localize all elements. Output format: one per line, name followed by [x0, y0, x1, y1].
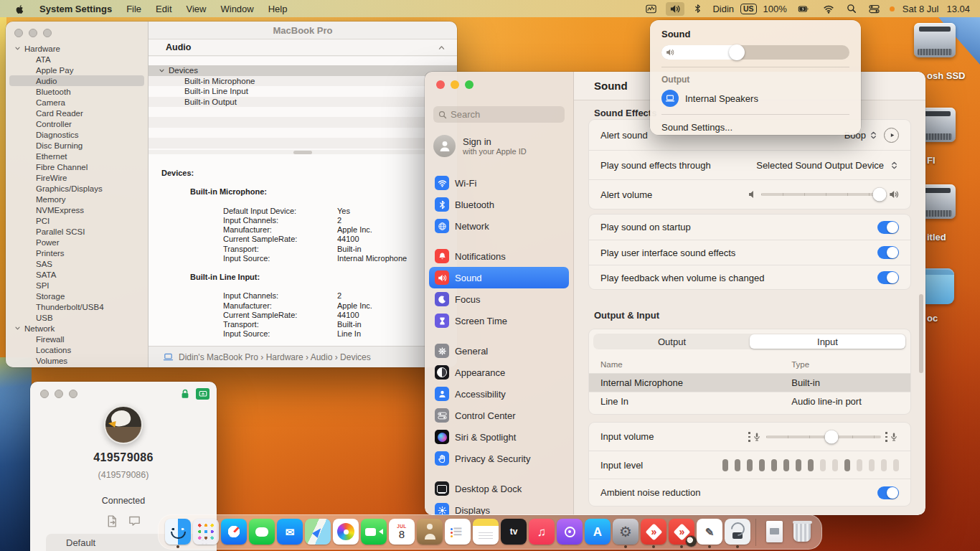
sidebar-item[interactable]: General	[429, 340, 569, 362]
dock-item[interactable]: ♫	[529, 519, 555, 545]
tree-item[interactable]: SAS	[6, 258, 148, 269]
toggle-switch[interactable]	[877, 271, 899, 284]
window-controls[interactable]	[6, 22, 148, 37]
dock-item[interactable]	[789, 519, 815, 545]
device-row[interactable]: Devices	[149, 65, 457, 76]
volume-slider[interactable]	[661, 45, 849, 60]
minimize-button[interactable]	[29, 29, 37, 37]
tree-item[interactable]: Network	[6, 323, 148, 334]
dock-item[interactable]	[557, 519, 583, 545]
tree-item[interactable]: Memory	[6, 194, 148, 204]
device-row[interactable]: Built-in Output	[149, 97, 457, 108]
minimize-button[interactable]	[55, 390, 63, 398]
activity-monitor-icon[interactable]	[641, 2, 661, 16]
slider-knob[interactable]	[825, 430, 839, 443]
alert-volume-slider[interactable]	[761, 193, 885, 196]
tree-item[interactable]: USB	[6, 312, 148, 323]
desktop-drive-icon[interactable]	[914, 23, 956, 57]
dock-item[interactable]: »	[641, 519, 666, 545]
minimize-button[interactable]	[451, 80, 459, 89]
sidebar-item[interactable]: Bluetooth	[429, 194, 569, 215]
dock-item[interactable]: ✎	[697, 519, 722, 545]
sidebar-item[interactable]: Screen Time	[429, 310, 569, 331]
close-button[interactable]	[40, 390, 49, 398]
tree-item[interactable]: Storage	[6, 291, 148, 301]
tab[interactable]: Output	[594, 334, 750, 349]
zoom-button[interactable]	[43, 29, 52, 37]
sidebar-item[interactable]: Privacy & Security	[429, 448, 569, 469]
play-alert-button[interactable]	[884, 128, 899, 143]
sidebar-item[interactable]: Siri & Spotlight	[429, 426, 569, 448]
scrollbar[interactable]	[919, 294, 923, 373]
dock-item[interactable]	[725, 519, 750, 545]
audio-section-header[interactable]: Audio	[149, 39, 457, 56]
zoom-button[interactable]	[465, 80, 473, 89]
tab[interactable]: Input	[750, 334, 905, 349]
dock-item[interactable]	[473, 519, 499, 545]
menu-bar-date[interactable]: Sat 8 Jul	[901, 4, 941, 14]
tree-item[interactable]: Diagnostics	[6, 129, 148, 140]
sidebar-item[interactable]: Notifications	[429, 245, 569, 267]
screen-share-icon[interactable]	[196, 388, 209, 400]
dock-item[interactable]: ⚙	[613, 519, 639, 545]
sidebar-item[interactable]: Desktop & Dock	[429, 478, 569, 499]
tree-item[interactable]: Parallel SCSI	[6, 226, 148, 237]
toggle-switch[interactable]	[877, 221, 899, 234]
tree-item[interactable]: NVMExpress	[6, 204, 148, 215]
input-volume-slider[interactable]	[766, 435, 881, 438]
dock-item[interactable]	[361, 519, 387, 545]
sidebar-item[interactable]: Wi-Fi	[429, 172, 569, 194]
sidebar-item[interactable]: Control Center	[429, 405, 569, 426]
tree-item[interactable]: Camera	[6, 97, 148, 108]
dock-item[interactable]	[417, 519, 443, 545]
tree-item[interactable]: Card Reader	[6, 108, 148, 118]
recording-indicator-dot[interactable]	[890, 6, 895, 11]
bluetooth-icon[interactable]	[689, 2, 706, 15]
tree-item[interactable]: Fibre Channel	[6, 161, 148, 172]
tree-item[interactable]: SPI	[6, 280, 148, 291]
breadcrumb[interactable]: Didin's MacBook Pro › Hardware › Audio ›…	[149, 346, 457, 367]
menu-item[interactable]: File	[119, 4, 149, 14]
menu-item[interactable]: Help	[261, 4, 295, 14]
battery-icon[interactable]	[793, 2, 814, 16]
output-device-row[interactable]: Internal Speakers	[650, 85, 861, 107]
dock-item[interactable]: ✉	[277, 519, 303, 545]
username[interactable]: Didin	[711, 4, 735, 14]
chat-icon[interactable]	[128, 514, 141, 528]
zoom-button[interactable]	[69, 390, 77, 398]
dock-item[interactable]: tv	[501, 519, 527, 545]
tree-item[interactable]: FireWire	[6, 172, 148, 183]
table-row[interactable]: Line In Audio line-in port	[589, 392, 910, 410]
dock-item[interactable]: JUL 8	[389, 519, 415, 545]
menu-item[interactable]: Edit	[149, 4, 179, 14]
tree-item[interactable]: Printers	[6, 248, 148, 258]
device-row[interactable]: Built-in Line Input	[149, 86, 457, 97]
app-menu-title[interactable]: System Settings	[32, 4, 119, 14]
sidebar-item[interactable]: Focus	[429, 288, 569, 310]
tree-item[interactable]: Volumes	[6, 355, 148, 366]
dock-item[interactable]	[193, 519, 219, 545]
tree-item[interactable]: ATA	[6, 54, 148, 65]
close-button[interactable]	[14, 29, 23, 37]
search-field[interactable]	[433, 106, 565, 123]
tree-item[interactable]: Ethernet	[6, 151, 148, 161]
sign-in-row[interactable]: Sign in with your Apple ID	[433, 135, 527, 157]
tree-item[interactable]: Power	[6, 237, 148, 248]
dock-item[interactable]	[165, 519, 191, 545]
tree-item[interactable]: Controller	[6, 118, 148, 129]
dock-item[interactable]	[249, 519, 275, 545]
tree-item[interactable]: Apple Pay	[6, 65, 148, 75]
dock-item[interactable]	[755, 519, 756, 546]
tree-item[interactable]: Disc Burning	[6, 140, 148, 151]
dock-item[interactable]	[305, 519, 331, 545]
sound-settings-link[interactable]: Sound Settings...	[650, 122, 861, 133]
tree-item[interactable]: Locations	[6, 344, 148, 355]
tree-item[interactable]: WWAN	[6, 366, 148, 367]
sidebar-item[interactable]: Displays	[429, 499, 569, 515]
dock-item[interactable]: A	[585, 519, 611, 545]
window-controls[interactable]	[40, 390, 77, 398]
window-controls[interactable]	[425, 72, 573, 89]
close-button[interactable]	[436, 80, 445, 89]
sidebar-item[interactable]: Sound	[429, 267, 569, 288]
toggle-switch[interactable]	[877, 486, 899, 499]
